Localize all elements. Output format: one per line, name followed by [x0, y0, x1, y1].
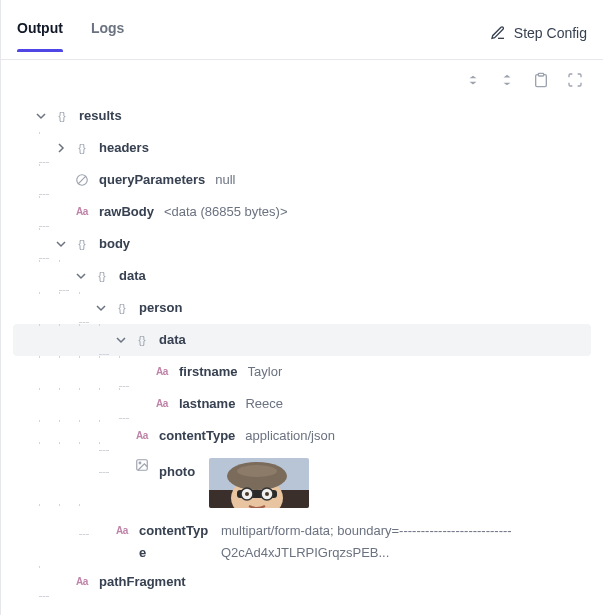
null-icon [73, 173, 91, 187]
string-icon: Aa [133, 422, 151, 450]
image-icon [133, 458, 151, 472]
tree-row-person-content-type[interactable]: Aa contentType application/json [13, 420, 595, 452]
tree-key: rawBody [99, 198, 154, 226]
tree-key: results [79, 102, 122, 130]
string-icon: Aa [73, 198, 91, 226]
svg-point-13 [245, 492, 249, 496]
tab-output[interactable]: Output [17, 20, 63, 52]
fullscreen-icon[interactable] [567, 72, 583, 88]
string-icon: Aa [153, 358, 171, 386]
object-icon: {} [53, 102, 71, 130]
panel-header: Output Logs Step Config [1, 0, 603, 60]
collapse-all-icon[interactable] [465, 72, 481, 88]
tree-row-query-parameters[interactable]: queryParameters null [13, 164, 595, 196]
tree-value: application/json [245, 422, 335, 450]
chevron-right-icon[interactable] [53, 140, 69, 156]
string-icon: Aa [153, 390, 171, 418]
tree-row-headers[interactable]: {} headers [13, 132, 595, 164]
tree-key: data [119, 262, 146, 290]
chevron-down-icon[interactable] [93, 300, 109, 316]
chevron-down-icon[interactable] [53, 236, 69, 252]
object-icon: {} [73, 134, 91, 162]
tree-value: null [215, 166, 235, 194]
tree-row-person-data[interactable]: {} data [13, 324, 591, 356]
tree-view: {} results {} headers queryParameters nu… [1, 100, 603, 615]
tree-key: lastname [179, 390, 235, 418]
object-icon: {} [73, 230, 91, 258]
expand-all-icon[interactable] [499, 72, 515, 88]
tree-key: data [159, 326, 186, 354]
svg-line-2 [78, 176, 86, 184]
svg-point-9 [237, 465, 277, 477]
tree-key: body [99, 230, 130, 258]
svg-point-14 [265, 492, 269, 496]
clipboard-icon[interactable] [533, 72, 549, 88]
tree-row-person[interactable]: {} person [13, 292, 595, 324]
tree-row-firstname[interactable]: Aa firstname Taylor [13, 356, 595, 388]
tree-key: person [139, 294, 182, 322]
photo-thumbnail[interactable] [209, 458, 309, 508]
object-icon: {} [113, 294, 131, 322]
tab-logs[interactable]: Logs [91, 20, 124, 52]
tree-key: queryParameters [99, 166, 205, 194]
tree-key: contentType [159, 422, 235, 450]
step-config-button[interactable]: Step Config [490, 25, 587, 55]
svg-point-4 [139, 462, 141, 464]
tree-row-body-data[interactable]: {} data [13, 260, 595, 292]
object-icon: {} [133, 326, 151, 354]
tree-row-results[interactable]: {} results [13, 100, 595, 132]
tree-row-body[interactable]: {} body [13, 228, 595, 260]
tree-key: pathFragment [99, 568, 186, 596]
string-icon: Aa [113, 520, 131, 542]
tree-row-path-fragment[interactable]: Aa pathFragment [13, 566, 595, 598]
pencil-icon [490, 25, 506, 41]
tabs: Output Logs [17, 20, 124, 59]
tree-key: contentType [139, 520, 211, 564]
tree-key: photo [159, 458, 195, 486]
string-icon: Aa [73, 568, 91, 596]
tree-value: multipart/form-data; boundary=----------… [221, 520, 595, 564]
tree-row-raw-body[interactable]: Aa rawBody <data (86855 bytes)> [13, 196, 595, 228]
tree-row-lastname[interactable]: Aa lastname Reece [13, 388, 595, 420]
chevron-down-icon[interactable] [113, 332, 129, 348]
tree-row-photo[interactable]: photo [13, 452, 595, 516]
chevron-down-icon[interactable] [73, 268, 89, 284]
tree-value: <data (86855 bytes)> [164, 198, 288, 226]
tree-key: headers [99, 134, 149, 162]
toolbar [1, 60, 603, 100]
svg-rect-0 [538, 73, 543, 76]
object-icon: {} [93, 262, 111, 290]
tree-row-data-content-type[interactable]: Aa contentType multipart/form-data; boun… [13, 516, 595, 566]
chevron-down-icon[interactable] [33, 108, 49, 124]
step-config-label: Step Config [514, 25, 587, 41]
tree-value: Taylor [248, 358, 283, 386]
tree-value: Reece [245, 390, 283, 418]
tree-key: firstname [179, 358, 238, 386]
